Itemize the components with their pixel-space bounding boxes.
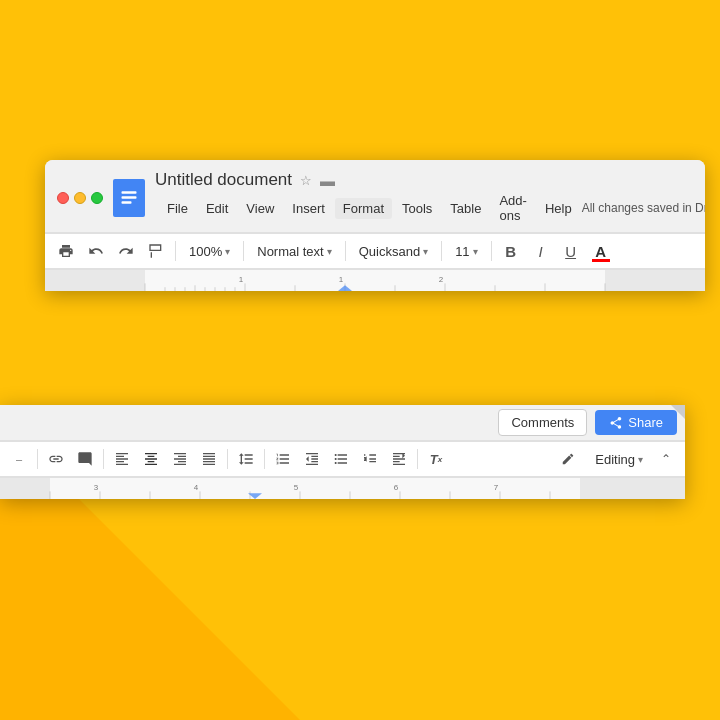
maximize-button[interactable] <box>91 192 103 204</box>
divider-b1 <box>37 449 38 469</box>
undo-button[interactable] <box>83 238 109 264</box>
align-right-button[interactable] <box>167 446 193 472</box>
svg-rect-5 <box>605 270 705 291</box>
zoom-value: 100% <box>189 244 222 259</box>
numbered-list-button[interactable] <box>270 446 296 472</box>
style-value: Normal text <box>257 244 323 259</box>
svg-rect-28 <box>0 478 50 499</box>
svg-text:1: 1 <box>339 276 343 285</box>
menu-table[interactable]: Table <box>442 198 489 219</box>
menu-help[interactable]: Help <box>537 198 580 219</box>
ruler-svg-bottom: 3 4 5 6 7 <box>0 478 685 499</box>
size-arrow-icon: ▾ <box>473 246 478 257</box>
ruler-svg-top: 1 1 2 <box>45 270 705 291</box>
svg-rect-29 <box>580 478 685 499</box>
indent-decrease-button[interactable] <box>357 446 383 472</box>
comment-inline-button[interactable] <box>72 446 98 472</box>
indent-increase-button[interactable] <box>386 446 412 472</box>
font-color-button[interactable]: A <box>588 238 614 264</box>
bold-button[interactable]: B <box>498 238 524 264</box>
share-label: Share <box>628 415 663 430</box>
svg-text:4: 4 <box>194 484 199 493</box>
menu-tools[interactable]: Tools <box>394 198 440 219</box>
editing-dropdown[interactable]: Editing ▾ <box>588 449 650 470</box>
toolbar-bottom: – <box>0 441 685 477</box>
align-left-button[interactable] <box>109 446 135 472</box>
svg-text:7: 7 <box>494 484 498 493</box>
collapse-button[interactable]: ⌃ <box>653 446 679 472</box>
svg-text:1: 1 <box>239 276 243 285</box>
underline-button[interactable]: U <box>558 238 584 264</box>
menu-view[interactable]: View <box>238 198 282 219</box>
doc-title[interactable]: Untitled document <box>155 170 292 190</box>
ruler-bottom: 3 4 5 6 7 <box>0 477 685 499</box>
editing-arrow-icon: ▾ <box>638 454 643 465</box>
bullet-list-button[interactable] <box>328 446 354 472</box>
title-row: Untitled document ☆ ▬ <box>155 170 705 190</box>
svg-rect-4 <box>45 270 145 291</box>
divider-2 <box>243 241 244 261</box>
window-bottom: Comments Share – <box>0 405 685 499</box>
divider-1 <box>175 241 176 261</box>
title-bar: Untitled document ☆ ▬ File Edit View Ins… <box>45 160 705 233</box>
print-button[interactable] <box>53 238 79 264</box>
align-center-button[interactable] <box>138 446 164 472</box>
zoom-arrow-icon: ▾ <box>225 246 230 257</box>
divider-3 <box>345 241 346 261</box>
svg-text:5: 5 <box>294 484 299 493</box>
menu-bar: File Edit View Insert Format Tools Table… <box>155 190 705 226</box>
comments-button[interactable]: Comments <box>498 409 587 436</box>
zoom-dropdown[interactable]: 100% ▾ <box>182 241 237 262</box>
menu-insert[interactable]: Insert <box>284 198 333 219</box>
divider-b5 <box>417 449 418 469</box>
font-color-label: A <box>595 243 606 260</box>
redo-button[interactable] <box>113 238 139 264</box>
menu-file[interactable]: File <box>159 198 196 219</box>
window-top: Untitled document ☆ ▬ File Edit View Ins… <box>45 160 705 291</box>
menu-format[interactable]: Format <box>335 198 392 219</box>
font-dropdown[interactable]: Quicksand ▾ <box>352 241 435 262</box>
ruler-top: 1 1 2 <box>45 269 705 291</box>
font-value: Quicksand <box>359 244 420 259</box>
line-spacing-button[interactable] <box>233 446 259 472</box>
decrease-indent-button[interactable] <box>299 446 325 472</box>
close-button[interactable] <box>57 192 69 204</box>
font-color-underline <box>592 259 610 262</box>
italic-button[interactable]: I <box>528 238 554 264</box>
menu-addons[interactable]: Add-ons <box>491 190 534 226</box>
divider-b3 <box>227 449 228 469</box>
editing-label: Editing <box>595 452 635 467</box>
svg-text:2: 2 <box>439 276 443 285</box>
share-icon <box>609 416 623 430</box>
paint-format-button[interactable] <box>143 238 169 264</box>
doc-icon <box>113 179 145 217</box>
doc-lines-icon <box>119 188 139 208</box>
clear-format-button[interactable]: Tx <box>423 446 449 472</box>
justify-button[interactable] <box>196 446 222 472</box>
style-dropdown[interactable]: Normal text ▾ <box>250 241 338 262</box>
divider-b2 <box>103 449 104 469</box>
zoom-minus-partial[interactable]: – <box>6 446 32 472</box>
svg-text:6: 6 <box>394 484 398 493</box>
svg-rect-1 <box>122 196 137 199</box>
minimize-button[interactable] <box>74 192 86 204</box>
saved-status: All changes saved in Dri <box>582 201 705 215</box>
divider-b4 <box>264 449 265 469</box>
divider-4 <box>441 241 442 261</box>
traffic-lights <box>57 192 103 204</box>
star-icon[interactable]: ☆ <box>300 173 312 188</box>
style-arrow-icon: ▾ <box>327 246 332 257</box>
title-area: Untitled document ☆ ▬ File Edit View Ins… <box>155 170 705 226</box>
link-button[interactable] <box>43 446 69 472</box>
bottom-top-bar: Comments Share <box>0 405 685 441</box>
font-arrow-icon: ▾ <box>423 246 428 257</box>
size-dropdown[interactable]: 11 ▾ <box>448 241 484 262</box>
pencil-icon[interactable] <box>555 446 581 472</box>
size-value: 11 <box>455 244 469 259</box>
toolbar-top: 100% ▾ Normal text ▾ Quicksand ▾ 11 ▾ B … <box>45 233 705 269</box>
svg-text:3: 3 <box>94 484 98 493</box>
svg-rect-0 <box>122 191 137 194</box>
folder-icon[interactable]: ▬ <box>320 172 335 189</box>
share-button[interactable]: Share <box>595 410 677 435</box>
menu-edit[interactable]: Edit <box>198 198 236 219</box>
